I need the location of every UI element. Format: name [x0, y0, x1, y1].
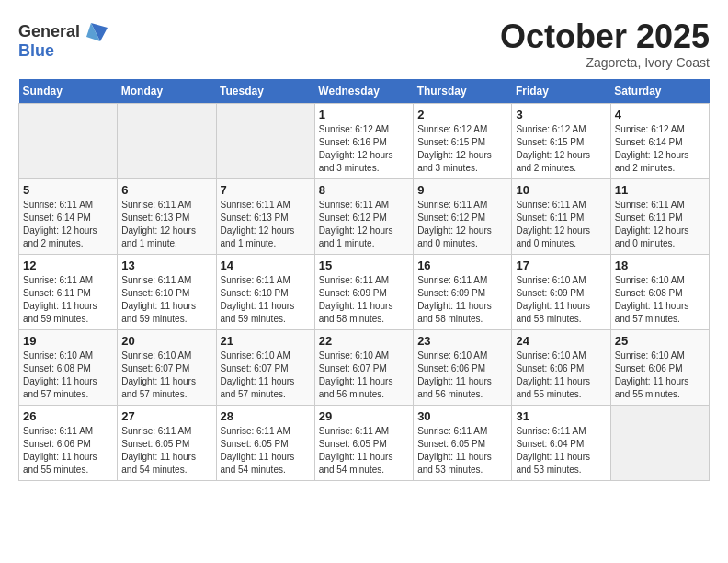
day-number: 6 [121, 183, 211, 197]
day-info: Sunrise: 6:12 AMSunset: 6:16 PMDaylight:… [319, 123, 409, 175]
weekday-header-saturday: Saturday [610, 79, 709, 104]
day-number: 5 [23, 183, 113, 197]
logo: General Blue [18, 18, 109, 61]
title-section: October 2025 Zagoreta, Ivory Coast [500, 18, 710, 70]
location-subtitle: Zagoreta, Ivory Coast [500, 55, 710, 70]
calendar-week-row: 12Sunrise: 6:11 AMSunset: 6:11 PMDayligh… [19, 254, 710, 329]
day-number: 31 [516, 409, 606, 423]
day-number: 25 [615, 334, 705, 348]
calendar-cell: 22Sunrise: 6:10 AMSunset: 6:07 PMDayligh… [314, 329, 413, 405]
day-number: 28 [221, 409, 311, 423]
calendar-week-row: 1Sunrise: 6:12 AMSunset: 6:16 PMDaylight… [19, 103, 710, 178]
calendar-cell: 7Sunrise: 6:11 AMSunset: 6:13 PMDaylight… [216, 178, 314, 254]
calendar-cell: 18Sunrise: 6:10 AMSunset: 6:08 PMDayligh… [610, 254, 709, 329]
logo-general-text: General [18, 23, 80, 41]
calendar-cell: 1Sunrise: 6:12 AMSunset: 6:16 PMDaylight… [314, 103, 413, 178]
calendar-cell: 19Sunrise: 6:10 AMSunset: 6:08 PMDayligh… [19, 329, 118, 405]
calendar-cell: 24Sunrise: 6:10 AMSunset: 6:06 PMDayligh… [512, 329, 610, 405]
day-number: 9 [417, 183, 507, 197]
calendar-cell [610, 405, 709, 480]
calendar-cell: 27Sunrise: 6:11 AMSunset: 6:05 PMDayligh… [118, 405, 216, 480]
day-info: Sunrise: 6:10 AMSunset: 6:06 PMDaylight:… [516, 350, 606, 401]
day-info: Sunrise: 6:12 AMSunset: 6:14 PMDaylight:… [615, 123, 705, 175]
calendar-cell: 23Sunrise: 6:10 AMSunset: 6:06 PMDayligh… [414, 329, 512, 405]
day-info: Sunrise: 6:11 AMSunset: 6:11 PMDaylight:… [23, 274, 113, 326]
day-info: Sunrise: 6:11 AMSunset: 6:09 PMDaylight:… [417, 274, 507, 326]
day-number: 10 [516, 183, 606, 197]
calendar-cell: 3Sunrise: 6:12 AMSunset: 6:15 PMDaylight… [512, 103, 610, 178]
day-number: 7 [221, 183, 311, 197]
day-info: Sunrise: 6:11 AMSunset: 6:05 PMDaylight:… [121, 425, 211, 477]
weekday-header-monday: Monday [118, 79, 216, 104]
calendar-cell: 9Sunrise: 6:11 AMSunset: 6:12 PMDaylight… [414, 178, 512, 254]
day-info: Sunrise: 6:11 AMSunset: 6:05 PMDaylight:… [221, 425, 311, 477]
calendar-cell: 25Sunrise: 6:10 AMSunset: 6:06 PMDayligh… [610, 329, 709, 405]
calendar-cell: 31Sunrise: 6:11 AMSunset: 6:04 PMDayligh… [512, 405, 610, 480]
day-info: Sunrise: 6:11 AMSunset: 6:10 PMDaylight:… [221, 274, 311, 326]
calendar-cell: 14Sunrise: 6:11 AMSunset: 6:10 PMDayligh… [216, 254, 314, 329]
day-info: Sunrise: 6:10 AMSunset: 6:09 PMDaylight:… [516, 274, 606, 326]
weekday-header-tuesday: Tuesday [216, 79, 314, 104]
calendar-cell: 5Sunrise: 6:11 AMSunset: 6:14 PMDaylight… [19, 178, 118, 254]
day-number: 14 [221, 259, 311, 272]
day-info: Sunrise: 6:11 AMSunset: 6:05 PMDaylight:… [319, 425, 409, 477]
day-number: 8 [319, 183, 409, 197]
calendar-week-row: 5Sunrise: 6:11 AMSunset: 6:14 PMDaylight… [19, 178, 710, 254]
weekday-header-wednesday: Wednesday [314, 79, 413, 104]
calendar-cell: 4Sunrise: 6:12 AMSunset: 6:14 PMDaylight… [610, 103, 709, 178]
page-header: General Blue October 2025 Zagoreta, Ivor… [18, 18, 710, 70]
day-info: Sunrise: 6:11 AMSunset: 6:10 PMDaylight:… [121, 274, 211, 326]
calendar-week-row: 26Sunrise: 6:11 AMSunset: 6:06 PMDayligh… [19, 405, 710, 480]
calendar-cell: 20Sunrise: 6:10 AMSunset: 6:07 PMDayligh… [118, 329, 216, 405]
weekday-header-thursday: Thursday [414, 79, 512, 104]
day-number: 17 [516, 259, 606, 272]
calendar-cell: 16Sunrise: 6:11 AMSunset: 6:09 PMDayligh… [414, 254, 512, 329]
calendar-cell: 11Sunrise: 6:11 AMSunset: 6:11 PMDayligh… [610, 178, 709, 254]
day-info: Sunrise: 6:11 AMSunset: 6:12 PMDaylight:… [319, 199, 409, 250]
day-info: Sunrise: 6:11 AMSunset: 6:12 PMDaylight:… [417, 199, 507, 250]
weekday-header-friday: Friday [512, 79, 610, 104]
calendar-cell: 12Sunrise: 6:11 AMSunset: 6:11 PMDayligh… [19, 254, 118, 329]
day-number: 16 [417, 259, 507, 272]
day-number: 30 [417, 409, 507, 423]
day-number: 13 [121, 259, 211, 272]
day-number: 1 [319, 108, 409, 121]
day-info: Sunrise: 6:11 AMSunset: 6:05 PMDaylight:… [417, 425, 507, 477]
calendar-cell: 26Sunrise: 6:11 AMSunset: 6:06 PMDayligh… [19, 405, 118, 480]
day-number: 21 [221, 334, 311, 348]
calendar-cell: 15Sunrise: 6:11 AMSunset: 6:09 PMDayligh… [314, 254, 413, 329]
calendar-cell: 17Sunrise: 6:10 AMSunset: 6:09 PMDayligh… [512, 254, 610, 329]
calendar-cell [19, 103, 118, 178]
calendar-cell: 8Sunrise: 6:11 AMSunset: 6:12 PMDaylight… [314, 178, 413, 254]
day-number: 15 [319, 259, 409, 272]
day-number: 2 [417, 108, 507, 121]
day-number: 11 [615, 183, 705, 197]
logo-icon [82, 18, 109, 46]
day-info: Sunrise: 6:10 AMSunset: 6:08 PMDaylight:… [615, 274, 705, 326]
day-info: Sunrise: 6:11 AMSunset: 6:14 PMDaylight:… [23, 199, 113, 250]
calendar-cell: 30Sunrise: 6:11 AMSunset: 6:05 PMDayligh… [414, 405, 512, 480]
day-info: Sunrise: 6:10 AMSunset: 6:07 PMDaylight:… [221, 350, 311, 401]
day-info: Sunrise: 6:11 AMSunset: 6:13 PMDaylight:… [221, 199, 311, 250]
calendar-table: SundayMondayTuesdayWednesdayThursdayFrid… [18, 79, 710, 481]
day-info: Sunrise: 6:10 AMSunset: 6:08 PMDaylight:… [23, 350, 113, 401]
day-number: 24 [516, 334, 606, 348]
day-info: Sunrise: 6:11 AMSunset: 6:09 PMDaylight:… [319, 274, 409, 326]
day-number: 23 [417, 334, 507, 348]
day-number: 20 [121, 334, 211, 348]
weekday-header-row: SundayMondayTuesdayWednesdayThursdayFrid… [19, 79, 710, 104]
calendar-cell [118, 103, 216, 178]
day-info: Sunrise: 6:11 AMSunset: 6:06 PMDaylight:… [23, 425, 113, 477]
day-info: Sunrise: 6:10 AMSunset: 6:06 PMDaylight:… [417, 350, 507, 401]
calendar-cell: 2Sunrise: 6:12 AMSunset: 6:15 PMDaylight… [414, 103, 512, 178]
calendar-cell: 28Sunrise: 6:11 AMSunset: 6:05 PMDayligh… [216, 405, 314, 480]
day-info: Sunrise: 6:11 AMSunset: 6:11 PMDaylight:… [615, 199, 705, 250]
day-number: 4 [615, 108, 705, 121]
day-info: Sunrise: 6:11 AMSunset: 6:04 PMDaylight:… [516, 425, 606, 477]
calendar-cell: 21Sunrise: 6:10 AMSunset: 6:07 PMDayligh… [216, 329, 314, 405]
calendar-cell: 10Sunrise: 6:11 AMSunset: 6:11 PMDayligh… [512, 178, 610, 254]
day-number: 29 [319, 409, 409, 423]
month-title: October 2025 [500, 18, 710, 55]
day-info: Sunrise: 6:11 AMSunset: 6:11 PMDaylight:… [516, 199, 606, 250]
day-info: Sunrise: 6:10 AMSunset: 6:07 PMDaylight:… [121, 350, 211, 401]
